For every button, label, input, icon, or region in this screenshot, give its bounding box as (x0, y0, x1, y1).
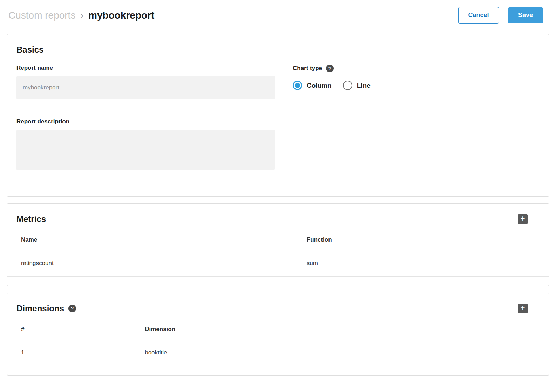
chart-type-column: Chart type ? Column Line (293, 65, 371, 170)
breadcrumb: Custom reports › mybookreport (8, 9, 154, 21)
help-icon[interactable]: ? (326, 65, 334, 72)
metric-row[interactable]: ratingscount sum (7, 251, 549, 277)
metrics-header-row: Name Function (7, 228, 549, 251)
save-button[interactable]: Save (508, 7, 543, 23)
metrics-card-head: Metrics + (7, 204, 549, 224)
dimensions-title-wrap: Dimensions ? (16, 304, 76, 313)
cancel-button[interactable]: Cancel (458, 7, 499, 24)
radio-unselected-icon (343, 81, 352, 90)
report-name-input[interactable] (16, 76, 275, 99)
metric-function-cell: sum (307, 251, 549, 277)
breadcrumb-report-name: mybookreport (88, 10, 154, 21)
chart-type-options: Column Line (293, 81, 371, 90)
basics-form-column: Report name Report description (16, 65, 275, 170)
metric-name-cell: ratingscount (7, 251, 307, 277)
chart-type-line-radio[interactable]: Line (343, 81, 371, 90)
metrics-column-header-name: Name (7, 228, 307, 251)
dimension-index-cell: 1 (7, 340, 145, 366)
dimensions-card: Dimensions ? + # Dimension 1 booktitle (7, 293, 549, 376)
add-metric-button[interactable]: + (518, 214, 528, 224)
metrics-title: Metrics (16, 214, 46, 224)
plus-icon: + (520, 304, 525, 312)
chevron-right-icon: › (80, 9, 83, 21)
dimensions-column-header-dimension: Dimension (145, 318, 549, 340)
metrics-column-header-function: Function (307, 228, 549, 251)
breadcrumb-custom-reports[interactable]: Custom reports (8, 10, 75, 21)
dimension-name-cell: booktitle (145, 340, 549, 366)
dimension-row[interactable]: 1 booktitle (7, 340, 549, 366)
dimensions-title: Dimensions (16, 304, 64, 313)
report-name-label: Report name (16, 65, 275, 72)
chart-type-column-label: Column (307, 82, 332, 89)
dimensions-table: # Dimension 1 booktitle (7, 318, 549, 366)
plus-icon: + (520, 215, 525, 223)
chart-type-line-label: Line (357, 82, 371, 89)
chart-type-label-row: Chart type ? (293, 65, 371, 72)
basics-grid: Report name Report description Chart typ… (16, 65, 539, 170)
metrics-title-wrap: Metrics (16, 214, 46, 224)
report-description-block: Report description (16, 118, 275, 170)
metrics-card: Metrics + Name Function ratingscount sum (7, 203, 549, 286)
dimensions-column-header-index: # (7, 318, 145, 340)
header-actions: Cancel Save (458, 7, 543, 24)
basics-card: Basics Report name Report description Ch… (7, 34, 549, 197)
report-description-input[interactable] (16, 130, 275, 170)
chart-type-label: Chart type (293, 65, 322, 72)
report-description-label: Report description (16, 118, 275, 125)
chart-type-column-radio[interactable]: Column (293, 81, 332, 90)
basics-title: Basics (16, 45, 539, 55)
metrics-table: Name Function ratingscount sum (7, 228, 549, 277)
main-content: Basics Report name Report description Ch… (0, 31, 556, 391)
dimensions-header-row: # Dimension (7, 318, 549, 340)
help-icon[interactable]: ? (68, 305, 76, 312)
header: Custom reports › mybookreport Cancel Sav… (0, 0, 556, 31)
dimensions-card-head: Dimensions ? + (7, 293, 549, 313)
add-dimension-button[interactable]: + (518, 304, 528, 313)
radio-selected-icon (293, 81, 302, 90)
